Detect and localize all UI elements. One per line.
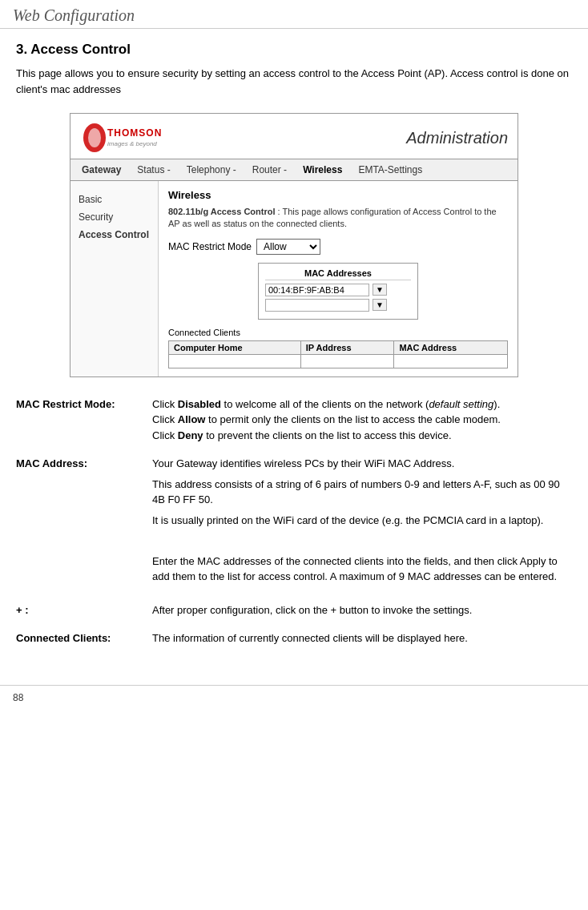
admin-panel-header: THOMSON images & beyond Administration: [70, 114, 518, 159]
panel-subsection-title: 802.11b/g Access Control: [168, 207, 275, 216]
mac-restrict-label: MAC Restrict Mode: [168, 241, 256, 252]
desc-term-plus: + :: [16, 602, 152, 618]
desc-mac-restrict: MAC Restrict Mode: Click Disabled to wel…: [16, 397, 572, 444]
mac-addr-input-1[interactable]: [265, 284, 369, 296]
panel-desc: 802.11b/g Access Control : This page all…: [168, 206, 508, 231]
desc-def-connected-clients: The information of currently connected c…: [152, 630, 572, 646]
nav-tab-emta[interactable]: EMTA-Settings: [353, 163, 427, 177]
mac-desc-p1: Your Gateway identifies wireless PCs by …: [152, 456, 572, 472]
client-mac: [394, 354, 508, 368]
mac-addresses-title: MAC Addresses: [265, 268, 411, 280]
panel-sidebar: Basic Security Access Control: [70, 181, 159, 376]
thomson-logo: THOMSON images & beyond: [80, 120, 168, 155]
page-header-title: Web Configuration: [13, 6, 135, 24]
client-computer-home: [169, 354, 301, 368]
sidebar-item-security[interactable]: Security: [77, 208, 151, 226]
desc-def-plus: After proper configuration, click on the…: [152, 602, 572, 618]
svg-text:images & beyond: images & beyond: [107, 140, 157, 147]
desc-plus: + : After proper configuration, click on…: [16, 602, 572, 618]
admin-title: Administration: [406, 129, 508, 147]
panel-main: Wireless 802.11b/g Access Control : This…: [159, 181, 518, 376]
page-header: Web Configuration: [0, 0, 588, 29]
section-title: 3. Access Control: [16, 42, 572, 58]
page-number: 88: [13, 692, 23, 703]
mac-addr-row-2: ▼: [265, 299, 411, 312]
desc-def-mac-address: Your Gateway identifies wireless PCs by …: [152, 456, 572, 590]
clients-table-header-row: Computer Home IP Address MAC Address: [169, 340, 508, 354]
clients-table: Computer Home IP Address MAC Address: [168, 340, 508, 368]
desc-connected-clients: Connected Clients: The information of cu…: [16, 630, 572, 646]
nav-gateway-label: Gateway: [77, 163, 126, 177]
mac-addresses-box: MAC Addresses ▼ ▼: [258, 263, 418, 320]
connected-clients-label: Connected Clients: [168, 328, 508, 337]
nav-tabs: Gateway Status - Telephony - Router - Wi…: [70, 159, 518, 181]
default-setting-text: default setting: [429, 398, 493, 410]
clients-col-ip-address: IP Address: [300, 340, 394, 354]
main-content: 3. Access Control This page allows you t…: [0, 29, 588, 672]
desc-section: MAC Restrict Mode: Click Disabled to wel…: [16, 397, 572, 646]
mac-addr-dropdown-2[interactable]: ▼: [373, 299, 387, 311]
mac-restrict-row: MAC Restrict Mode Allow Deny Disabled: [168, 239, 508, 255]
desc-term-connected-clients: Connected Clients:: [16, 630, 152, 646]
mac-addr-row-1: ▼: [265, 284, 411, 296]
mac-addr-input-2[interactable]: [265, 299, 369, 312]
admin-panel: THOMSON images & beyond Administration G…: [70, 113, 518, 377]
thomson-logo-svg: THOMSON images & beyond: [80, 120, 168, 155]
disabled-keyword: Disabled: [178, 398, 221, 410]
sidebar-item-access-control[interactable]: Access Control: [77, 226, 151, 244]
mac-desc-p5: Enter the MAC addresses of the connected…: [152, 554, 572, 585]
section-intro: This page allows you to ensure security …: [16, 66, 572, 97]
panel-body: Basic Security Access Control Wireless 8…: [70, 181, 518, 376]
desc-term-mac-restrict: MAC Restrict Mode:: [16, 397, 152, 444]
desc-term-mac-address: MAC Address:: [16, 456, 152, 590]
allow-keyword: Allow: [178, 413, 206, 425]
nav-tab-status[interactable]: Status -: [132, 163, 175, 177]
nav-tab-wireless[interactable]: Wireless: [298, 163, 347, 177]
deny-keyword: Deny: [178, 429, 203, 441]
clients-col-mac-address: MAC Address: [394, 340, 508, 354]
clients-table-row: [169, 354, 508, 368]
panel-wireless-title: Wireless: [168, 189, 508, 201]
mac-restrict-select[interactable]: Allow Deny Disabled: [256, 239, 320, 255]
connected-clients-section: Connected Clients Computer Home IP Addre…: [168, 328, 508, 368]
client-ip: [300, 354, 394, 368]
page-footer: 88: [0, 685, 588, 710]
mac-addr-dropdown-1[interactable]: ▼: [373, 284, 387, 296]
mac-desc-p3: It is usually printed on the WiFi card o…: [152, 513, 572, 529]
svg-text:THOMSON: THOMSON: [107, 127, 162, 139]
clients-col-computer-home: Computer Home: [169, 340, 301, 354]
desc-mac-address: MAC Address: Your Gateway identifies wir…: [16, 456, 572, 590]
nav-tab-telephony[interactable]: Telephony -: [182, 163, 241, 177]
svg-point-1: [88, 128, 101, 147]
nav-tab-router[interactable]: Router -: [248, 163, 292, 177]
mac-desc-p4: [152, 533, 572, 549]
sidebar-item-basic[interactable]: Basic: [77, 191, 151, 208]
mac-desc-p2: This address consists of a string of 6 p…: [152, 477, 572, 508]
desc-def-mac-restrict: Click Disabled to welcome all of the cli…: [152, 397, 572, 444]
